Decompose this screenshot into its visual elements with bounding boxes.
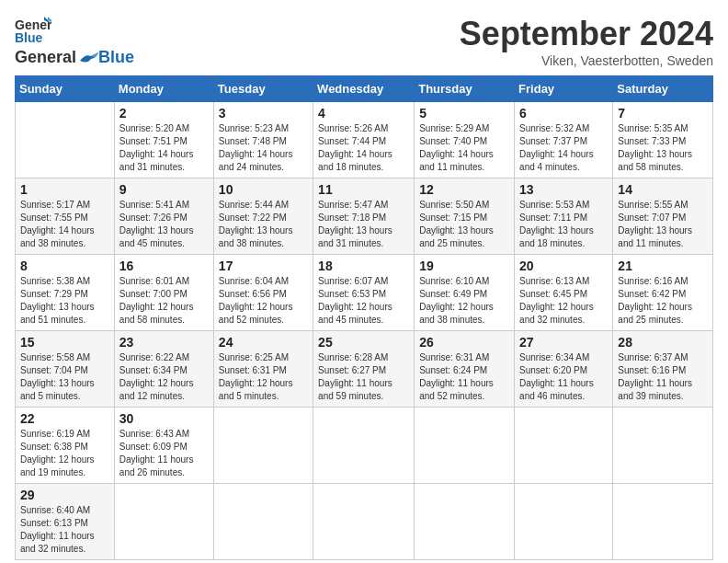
day-cell-1: 1 Sunrise: 5:17 AMSunset: 7:55 PMDayligh… — [16, 178, 115, 255]
day-cell-28: 28 Sunrise: 6:37 AMSunset: 6:16 PMDaylig… — [613, 331, 713, 408]
empty-cell — [613, 484, 713, 560]
col-friday: Friday — [515, 76, 613, 102]
day-cell-17: 17 Sunrise: 6:04 AMSunset: 6:56 PMDaylig… — [213, 255, 313, 331]
day-cell-19: 19 Sunrise: 6:10 AMSunset: 6:49 PMDaylig… — [415, 255, 515, 331]
empty-cell — [16, 102, 115, 178]
day-cell-20: 20 Sunrise: 6:13 AMSunset: 6:45 PMDaylig… — [515, 255, 613, 331]
logo: General Blue General Blue — [15, 15, 134, 67]
logo-blue: Blue — [98, 48, 134, 67]
col-wednesday: Wednesday — [313, 76, 415, 102]
day-cell-8: 8 Sunrise: 5:38 AMSunset: 7:29 PMDayligh… — [16, 255, 115, 331]
col-monday: Monday — [114, 76, 213, 102]
day-cell-26: 26 Sunrise: 6:31 AMSunset: 6:24 PMDaylig… — [415, 331, 515, 408]
empty-cell — [114, 484, 213, 560]
svg-text:Blue: Blue — [15, 30, 43, 45]
logo-bird — [78, 52, 98, 64]
empty-cell — [313, 408, 415, 484]
table-row: 1 Sunrise: 5:17 AMSunset: 7:55 PMDayligh… — [16, 178, 713, 255]
day-cell-12: 12 Sunrise: 5:50 AMSunset: 7:15 PMDaylig… — [415, 178, 515, 255]
col-thursday: Thursday — [415, 76, 515, 102]
day-cell-7: 7 Sunrise: 5:35 AMSunset: 7:33 PMDayligh… — [613, 102, 713, 178]
calendar-header-row: Sunday Monday Tuesday Wednesday Thursday… — [16, 76, 713, 102]
table-row: 2 Sunrise: 5:20 AMSunset: 7:51 PMDayligh… — [16, 102, 713, 178]
empty-cell — [613, 408, 713, 484]
day-cell-16: 16 Sunrise: 6:01 AMSunset: 7:00 PMDaylig… — [114, 255, 213, 331]
day-cell-4: 4 Sunrise: 5:26 AMSunset: 7:44 PMDayligh… — [313, 102, 415, 178]
day-cell-18: 18 Sunrise: 6:07 AMSunset: 6:53 PMDaylig… — [313, 255, 415, 331]
empty-cell — [415, 484, 515, 560]
day-cell-30: 30 Sunrise: 6:43 AMSunset: 6:09 PMDaylig… — [114, 408, 213, 484]
empty-cell — [313, 484, 415, 560]
table-row: 22 Sunrise: 6:19 AMSunset: 6:38 PMDaylig… — [16, 408, 713, 484]
empty-cell — [415, 408, 515, 484]
day-cell-15: 15 Sunrise: 5:58 AMSunset: 7:04 PMDaylig… — [16, 331, 115, 408]
empty-cell — [213, 484, 313, 560]
month-title: September 2024 — [460, 15, 713, 53]
empty-cell — [515, 484, 613, 560]
table-row: 15 Sunrise: 5:58 AMSunset: 7:04 PMDaylig… — [16, 331, 713, 408]
day-cell-6: 6 Sunrise: 5:32 AMSunset: 7:37 PMDayligh… — [515, 102, 613, 178]
table-row: 29 Sunrise: 6:40 AMSunset: 6:13 PMDaylig… — [16, 484, 713, 560]
col-tuesday: Tuesday — [213, 76, 313, 102]
day-cell-11: 11 Sunrise: 5:47 AMSunset: 7:18 PMDaylig… — [313, 178, 415, 255]
day-cell-24: 24 Sunrise: 6:25 AMSunset: 6:31 PMDaylig… — [213, 331, 313, 408]
day-cell-25: 25 Sunrise: 6:28 AMSunset: 6:27 PMDaylig… — [313, 331, 415, 408]
logo-icon: General Blue — [15, 15, 51, 46]
page-header: General Blue General Blue September 2024… — [15, 15, 713, 68]
logo-general: General — [15, 48, 76, 67]
day-cell-21: 21 Sunrise: 6:16 AMSunset: 6:42 PMDaylig… — [613, 255, 713, 331]
day-cell-3: 3 Sunrise: 5:23 AMSunset: 7:48 PMDayligh… — [213, 102, 313, 178]
location-subtitle: Viken, Vaesterbotten, Sweden — [460, 53, 713, 68]
day-cell-2: 2 Sunrise: 5:20 AMSunset: 7:51 PMDayligh… — [114, 102, 213, 178]
day-cell-29: 29 Sunrise: 6:40 AMSunset: 6:13 PMDaylig… — [16, 484, 115, 560]
day-cell-13: 13 Sunrise: 5:53 AMSunset: 7:11 PMDaylig… — [515, 178, 613, 255]
col-saturday: Saturday — [613, 76, 713, 102]
day-cell-14: 14 Sunrise: 5:55 AMSunset: 7:07 PMDaylig… — [613, 178, 713, 255]
empty-cell — [213, 408, 313, 484]
table-row: 8 Sunrise: 5:38 AMSunset: 7:29 PMDayligh… — [16, 255, 713, 331]
calendar-table: Sunday Monday Tuesday Wednesday Thursday… — [15, 75, 713, 560]
day-cell-5: 5 Sunrise: 5:29 AMSunset: 7:40 PMDayligh… — [415, 102, 515, 178]
day-cell-9: 9 Sunrise: 5:41 AMSunset: 7:26 PMDayligh… — [114, 178, 213, 255]
day-cell-23: 23 Sunrise: 6:22 AMSunset: 6:34 PMDaylig… — [114, 331, 213, 408]
col-sunday: Sunday — [16, 76, 115, 102]
day-cell-27: 27 Sunrise: 6:34 AMSunset: 6:20 PMDaylig… — [515, 331, 613, 408]
day-cell-22: 22 Sunrise: 6:19 AMSunset: 6:38 PMDaylig… — [16, 408, 115, 484]
empty-cell — [515, 408, 613, 484]
day-cell-10: 10 Sunrise: 5:44 AMSunset: 7:22 PMDaylig… — [213, 178, 313, 255]
title-area: September 2024 Viken, Vaesterbotten, Swe… — [460, 15, 713, 68]
